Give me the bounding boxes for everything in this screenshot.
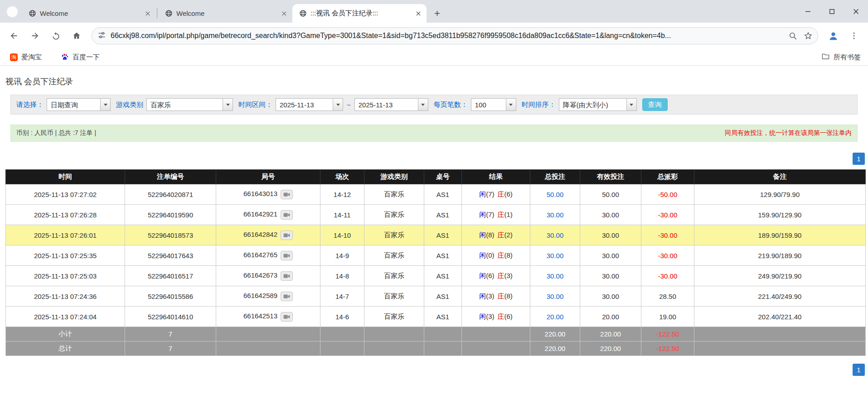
zoom-icon[interactable] xyxy=(785,28,800,43)
video-replay-icon[interactable] xyxy=(281,312,293,322)
video-replay-icon[interactable] xyxy=(281,251,293,260)
total-row: 总计 7 220.00 220.00 -122.50 xyxy=(6,341,866,356)
cell-game-type: 百家乐 xyxy=(364,184,424,205)
video-replay-icon[interactable] xyxy=(281,231,293,240)
cell-bet-id: 522964015586 xyxy=(125,286,216,307)
page-size-value: 100 xyxy=(471,99,506,111)
tab-close-icon[interactable] xyxy=(414,9,423,18)
cell-table-no: AS1 xyxy=(424,286,462,307)
video-replay-icon[interactable] xyxy=(281,292,293,301)
profile-avatar[interactable] xyxy=(824,26,843,45)
bet-records-table: 时间 注单编号 局号 场次 游戏类别 桌号 结果 总投注 有效投注 总派彩 备注… xyxy=(5,169,866,356)
globe-favicon xyxy=(28,10,36,18)
cell-session: 14-10 xyxy=(320,225,364,245)
col-header-game-type: 游戏类别 xyxy=(364,170,424,184)
summary-bar: 币别 : 人民币 | 总共 :7 注单 | 同局有效投注，统一计算在该局第一张注… xyxy=(10,125,858,142)
cell-game-type: 百家乐 xyxy=(364,307,424,327)
tab-close-icon[interactable] xyxy=(280,9,289,18)
cell-time: 2025-11-13 07:26:28 xyxy=(6,205,125,225)
chevron-down-icon xyxy=(333,99,343,111)
cell-result: 闲(7)庄(1) xyxy=(462,205,530,225)
date-from-combobox[interactable]: 2025-11-13 xyxy=(276,98,343,111)
total-bet-link[interactable]: 50.00 xyxy=(547,191,564,198)
cell-session: 14-6 xyxy=(320,307,364,327)
tab-title: :::视讯 会员下注纪录::: xyxy=(310,9,410,18)
bookmark-item-taobao[interactable]: 淘 爱淘宝 xyxy=(7,52,44,63)
cell-bet-id: 522964016517 xyxy=(125,266,216,286)
tab-close-icon[interactable] xyxy=(143,9,152,18)
date-to-combobox[interactable]: 2025-11-13 xyxy=(354,98,428,111)
date-type-combobox[interactable]: 日期查询 xyxy=(47,98,111,111)
table-row: 2025-11-13 07:25:35 522964017643 6616427… xyxy=(6,245,866,266)
bet-table-summary: 小计 7 220.00 220.00 -122.50 总计 7 220.00 2… xyxy=(6,327,866,356)
total-bet-link[interactable]: 30.00 xyxy=(547,231,564,239)
minimize-button[interactable] xyxy=(796,0,820,23)
cell-total-bet: 20.00 xyxy=(530,307,580,327)
total-count: 7 xyxy=(125,341,216,356)
forward-button[interactable] xyxy=(25,26,44,45)
bookmark-item-baidu[interactable]: 百度一下 xyxy=(58,51,102,63)
home-button[interactable] xyxy=(67,26,86,45)
col-header-remark: 备注 xyxy=(694,170,866,184)
video-replay-icon[interactable] xyxy=(281,190,293,199)
video-replay-icon[interactable] xyxy=(281,271,293,281)
page-size-combobox[interactable]: 100 xyxy=(471,98,516,111)
cell-remark: 249.90/219.90 xyxy=(694,266,866,286)
filter-label-select: 请选择： xyxy=(16,101,44,109)
filter-label-date-range: 时间区间： xyxy=(238,101,272,109)
bet-table-body: 2025-11-13 07:27:02 522964020871 6616430… xyxy=(6,184,866,327)
cell-table-no: AS1 xyxy=(424,184,462,205)
page-1-button[interactable]: 1 xyxy=(853,153,865,165)
total-bet-link[interactable]: 30.00 xyxy=(547,293,564,300)
window-controls xyxy=(796,0,868,23)
search-button[interactable]: 查询 xyxy=(642,98,668,111)
cell-payout: -30.00 xyxy=(641,205,694,225)
maximize-button[interactable] xyxy=(820,0,844,23)
game-type-combobox[interactable]: 百家乐 xyxy=(146,98,233,111)
filter-bar: 请选择： 日期查询 游戏类别 百家乐 时间区间： 2025-11-13 ~ 20… xyxy=(10,95,858,115)
bookmark-star-icon[interactable] xyxy=(800,28,816,43)
total-bet-link[interactable]: 20.00 xyxy=(547,313,564,321)
site-info-icon[interactable] xyxy=(97,31,106,41)
cell-remark: 129.90/79.90 xyxy=(694,184,866,205)
browser-tab-active[interactable]: :::视讯 会员下注纪录::: xyxy=(292,4,427,23)
video-replay-icon[interactable] xyxy=(281,210,293,220)
total-payout: -122.50 xyxy=(641,341,694,356)
table-row: 2025-11-13 07:26:28 522964019590 6616429… xyxy=(6,205,866,225)
subtotal-row: 小计 7 220.00 220.00 -122.50 xyxy=(6,327,866,341)
table-row: 2025-11-13 07:24:04 522964014610 6616425… xyxy=(6,307,866,327)
url-bar[interactable]: 66cxkj98.com/ipl/portal.php/game/betreco… xyxy=(92,27,818,44)
date-from-value: 2025-11-13 xyxy=(276,99,333,111)
browser-tab-1[interactable]: Welcome xyxy=(22,4,156,23)
total-bet-link[interactable]: 30.00 xyxy=(547,272,564,280)
close-button[interactable] xyxy=(844,0,868,23)
cell-valid-bet: 30.00 xyxy=(580,266,641,286)
cell-table-no: AS1 xyxy=(424,266,462,286)
bookmark-label: 百度一下 xyxy=(73,53,100,62)
reload-button[interactable] xyxy=(46,26,65,45)
cell-valid-bet: 30.00 xyxy=(580,245,641,266)
cell-total-bet: 30.00 xyxy=(530,205,580,225)
total-label: 总计 xyxy=(6,341,125,356)
pagination-top: 1 xyxy=(0,153,865,165)
browser-tab-2[interactable]: Welcome xyxy=(158,4,292,23)
sort-order-combobox[interactable]: 降幂(由大到小) xyxy=(559,98,637,111)
tab-separator xyxy=(157,8,157,18)
total-bet-link[interactable]: 30.00 xyxy=(547,211,564,219)
cell-remark: 202.40/221.40 xyxy=(694,307,866,327)
cell-table-no: AS1 xyxy=(424,205,462,225)
tab-strip-button[interactable] xyxy=(6,6,18,18)
tab-title: Welcome xyxy=(176,10,276,17)
cell-remark: 219.90/189.90 xyxy=(694,245,866,266)
new-tab-button[interactable] xyxy=(430,6,444,20)
currency-summary-text: 币别 : 人民币 | 总共 :7 注单 | xyxy=(16,129,96,137)
cell-round: 661642513 xyxy=(216,307,320,327)
subtotal-count: 7 xyxy=(125,327,216,341)
table-row: 2025-11-13 07:26:01 522964018573 6616428… xyxy=(6,225,866,245)
page-1-button[interactable]: 1 xyxy=(853,364,865,376)
all-bookmarks[interactable]: 所有书签 xyxy=(821,52,861,62)
col-header-bet-id: 注单编号 xyxy=(125,170,216,184)
browser-menu-icon[interactable] xyxy=(844,26,863,45)
total-bet-link[interactable]: 30.00 xyxy=(547,252,564,259)
back-button[interactable] xyxy=(5,26,24,45)
